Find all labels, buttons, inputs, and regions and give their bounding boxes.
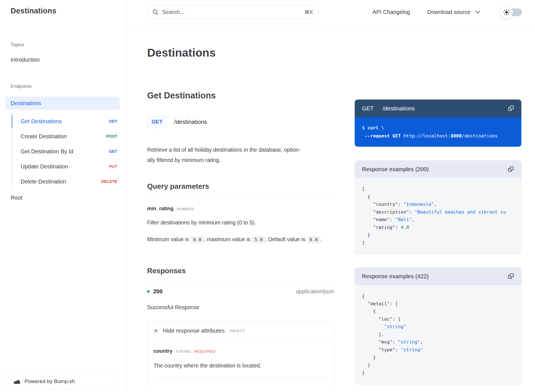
request-path: /destinations — [383, 105, 415, 112]
topbar-links: API Changelog Download source — [373, 6, 522, 19]
response-200-code-block[interactable]: [ { "country": "Indonesia", "description… — [355, 178, 521, 254]
attribute-required-badge: REQUIRED — [194, 349, 215, 354]
request-example-panel: GET /destinations $ curl \ --request GET… — [355, 100, 521, 147]
page-title: Destinations — [147, 46, 334, 59]
attribute-description: The country where the destination is loc… — [154, 362, 328, 369]
operation-label: Delete Destination — [21, 178, 66, 185]
response-example-200-header: Response examples (200) — [355, 160, 521, 178]
parameter-description: Filter destinations by minimum rating (0… — [147, 219, 334, 226]
response-422-code-block[interactable]: { "detail": [ { "loc": [ "string" ], "ms… — [355, 285, 521, 384]
operation-label: Update Destination — [21, 163, 68, 170]
sidebar-operations-list: Get Destinations GET Create Destination … — [12, 114, 127, 189]
attribute-row-country: country STRING REQUIRED The country wher… — [147, 341, 334, 388]
max-value-chip: 5.0 — [252, 236, 265, 243]
method-badge-get: GET — [109, 149, 117, 154]
response-example-422-header: Response examples (422) — [355, 267, 521, 285]
copy-icon[interactable] — [508, 105, 514, 112]
divider — [154, 377, 328, 388]
bump-logo-icon — [13, 379, 21, 384]
copy-icon[interactable] — [508, 166, 514, 172]
search-icon — [152, 9, 158, 15]
operation-label: Get Destinations — [21, 118, 62, 125]
api-changelog-link[interactable]: API Changelog — [373, 9, 410, 15]
constraint-text: , maximum value is — [204, 236, 252, 242]
sidebar-section-topics: Topics — [11, 42, 127, 48]
constraint-text: . Default value is — [265, 236, 307, 242]
download-source-label: Download source — [427, 9, 470, 15]
attribute-name: country — [154, 348, 172, 354]
parameter-type: NUMBER — [177, 207, 194, 211]
responses-heading: Responses — [147, 267, 334, 275]
parameter-row: min_rating NUMBER — [147, 205, 334, 212]
powered-by-bump-link[interactable]: Powered by Bump.sh — [6, 373, 114, 390]
hide-response-attributes-toggle[interactable]: ✕ Hide response attributes OBJECT — [147, 321, 334, 341]
operation-heading: Get Destinations — [147, 91, 334, 101]
search-box[interactable]: ⌘K — [147, 6, 318, 19]
doc-body: Destinations Get Destinations GET /desti… — [127, 25, 535, 392]
response-description: Successful Response — [147, 304, 334, 311]
main-column: Destinations Get Destinations GET /desti… — [147, 25, 334, 392]
sidebar-item-root[interactable]: Root — [11, 195, 127, 201]
sidebar-item-introduction[interactable]: Introduction — [11, 57, 127, 63]
response-example-200-panel: Response examples (200) [ { "country": "… — [355, 160, 521, 254]
attribute-name-row: country STRING REQUIRED — [154, 348, 328, 354]
method-badge-delete: DELETE — [101, 179, 117, 184]
endpoint-path: /destinations — [174, 118, 207, 125]
method-badge-get: GET — [109, 119, 117, 124]
sidebar-item-delete-destination[interactable]: Delete Destination DELETE — [12, 174, 127, 189]
powered-by-label: Powered by Bump.sh — [25, 378, 75, 384]
content-area: ⌘K API Changelog Download source — [127, 0, 535, 392]
examples-rail: GET /destinations $ curl \ --request GET… — [355, 25, 521, 392]
description-line-1: Retrieve a list of all holiday destinati… — [147, 147, 301, 153]
endpoint-row: GET /destinations — [147, 116, 334, 128]
sidebar-section-endpoints: Endpoints — [11, 84, 127, 89]
sidebar-title: Destinations — [11, 7, 127, 15]
theme-toggle[interactable] — [500, 6, 522, 19]
request-example-header: GET /destinations — [355, 100, 521, 117]
sidebar-item-get-destinations[interactable]: Get Destinations GET — [12, 114, 127, 129]
status-code: 200 — [153, 288, 162, 295]
divider — [147, 197, 334, 198]
close-icon: ✕ — [154, 328, 158, 334]
sidebar: Destinations Topics Introduction Endpoin… — [0, 0, 127, 392]
operation-label: Get Destination By Id — [21, 148, 73, 155]
search-input[interactable] — [162, 9, 300, 15]
sidebar-item-destinations-group[interactable]: Destinations — [6, 96, 120, 110]
description-line-2: ally filtered by minimum rating. — [147, 157, 220, 163]
search-shortcut: ⌘K — [304, 9, 313, 15]
sidebar-item-update-destination[interactable]: Update Destination PUT — [12, 159, 127, 174]
content-type: application/json — [296, 288, 334, 295]
topbar: ⌘K API Changelog Download source — [127, 0, 535, 25]
response-attributes-box: ✕ Hide response attributes OBJECT countr… — [147, 321, 334, 388]
attribute-type: STRING — [176, 349, 191, 354]
toggle-label: Hide response attributes — [163, 327, 225, 334]
operation-label: Create Destination — [21, 133, 67, 140]
light-mode-sun-icon — [500, 6, 513, 19]
response-example-422-panel: Response examples (422) { "detail": [ { … — [355, 267, 521, 384]
status-dot-icon — [147, 290, 150, 293]
divider — [147, 282, 334, 282]
operation-description: Retrieve a list of all holiday destinati… — [147, 145, 334, 165]
constraint-text: . — [320, 236, 322, 242]
response-example-200-title: Response examples (200) — [362, 166, 429, 173]
copy-icon[interactable] — [508, 273, 514, 279]
response-status-row: 200 application/json — [147, 288, 334, 295]
constraint-text: Minimum value is — [147, 236, 191, 242]
min-value-chip: 0.0 — [191, 236, 204, 243]
attributes-kind: OBJECT — [229, 329, 245, 333]
chevron-down-icon — [475, 11, 480, 14]
parameter-name: min_rating — [147, 205, 174, 212]
parameter-constraints: Minimum value is 0.0, maximum value is 5… — [147, 233, 323, 246]
sidebar-item-get-destination-by-id[interactable]: Get Destination By Id GET — [12, 144, 127, 159]
method-badge-post: POST — [106, 134, 117, 139]
response-example-422-title: Response examples (422) — [362, 273, 429, 280]
page: Destinations Topics Introduction Endpoin… — [0, 0, 535, 392]
curl-code-block[interactable]: $ curl \ --request GET http://localhost:… — [355, 117, 521, 147]
method-badge-put: PUT — [109, 164, 117, 169]
request-method: GET — [362, 105, 374, 112]
sidebar-item-create-destination[interactable]: Create Destination POST — [12, 129, 127, 144]
get-method-badge: GET — [147, 116, 167, 128]
default-value-chip: 0.0 — [307, 236, 320, 243]
query-parameters-heading: Query parameters — [147, 182, 334, 191]
download-source-button[interactable]: Download source — [427, 9, 480, 15]
